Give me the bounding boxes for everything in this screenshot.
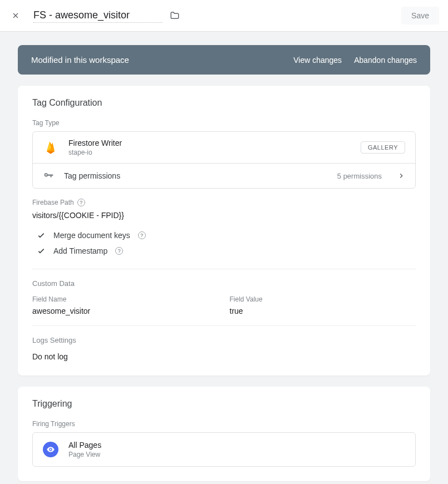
field-value-label: Field Value — [230, 295, 416, 303]
tag-name-input[interactable] — [33, 8, 163, 23]
logs-settings-value: Do not log — [32, 352, 416, 361]
custom-data-grid: Field Name awesome_visitor Field Value t… — [32, 295, 416, 315]
eye-icon — [43, 442, 58, 457]
close-icon — [11, 11, 20, 20]
field-value-value: true — [230, 307, 416, 315]
check-icon — [37, 231, 46, 240]
gallery-badge[interactable]: GALLERY — [361, 141, 405, 154]
triggering-card: Triggering Firing Triggers All Pages Pag… — [18, 387, 430, 481]
triggering-heading: Triggering — [32, 399, 416, 409]
merge-option-label: Merge document keys — [53, 231, 130, 240]
permissions-count: 5 permissions — [337, 172, 382, 180]
tag-type-text: Firestore Writer stape-io — [68, 139, 122, 156]
divider — [32, 325, 416, 326]
field-name-value: awesome_visitor — [32, 307, 219, 315]
modified-banner: Modified in this workspace View changes … — [18, 45, 430, 75]
trigger-row[interactable]: All Pages Page View — [33, 433, 415, 466]
logs-settings-heading: Logs Settings — [32, 336, 416, 344]
custom-data-heading: Custom Data — [32, 279, 416, 288]
firing-triggers-label: Firing Triggers — [32, 420, 416, 428]
help-icon[interactable]: ? — [77, 199, 85, 206]
help-icon[interactable]: ? — [115, 247, 123, 255]
tag-type-label: Tag Type — [32, 119, 416, 127]
check-icon — [37, 246, 46, 255]
save-button[interactable]: Save — [401, 7, 439, 24]
field-name-column: Field Name awesome_visitor — [32, 295, 219, 315]
tag-configuration-card: Tag Configuration Tag Type Firestore Wri… — [18, 86, 430, 376]
chevron-right-icon — [397, 172, 405, 180]
tag-permissions-row[interactable]: Tag permissions 5 permissions — [33, 163, 415, 188]
firebase-path-label: Firebase Path ? — [32, 199, 416, 206]
title-wrap — [33, 8, 180, 23]
divider — [32, 269, 416, 269]
field-name-label: Field Name — [32, 295, 219, 303]
firebase-path-block: Firebase Path ? visitors/{{COOKIE - FPID… — [32, 199, 416, 220]
tag-configuration-heading: Tag Configuration — [32, 98, 416, 108]
help-icon[interactable]: ? — [138, 231, 146, 239]
banner-actions: View changes Abandon changes — [293, 56, 417, 65]
view-changes-link[interactable]: View changes — [293, 56, 342, 65]
trigger-text: All Pages Page View — [68, 441, 101, 458]
tag-type-box: Firestore Writer stape-io GALLERY Tag pe… — [32, 131, 416, 189]
merge-option-row: Merge document keys ? — [32, 228, 416, 243]
close-button[interactable] — [9, 9, 22, 22]
key-icon — [43, 170, 54, 181]
banner-text: Modified in this workspace — [31, 55, 129, 65]
tag-type-row[interactable]: Firestore Writer stape-io GALLERY — [33, 132, 415, 163]
tag-type-author: stape-io — [68, 149, 122, 156]
timestamp-option-label: Add Timestamp — [53, 246, 107, 255]
firestore-icon — [43, 140, 58, 155]
timestamp-option-row: Add Timestamp ? — [32, 243, 416, 259]
abandon-changes-link[interactable]: Abandon changes — [354, 56, 417, 65]
triggers-box: All Pages Page View — [32, 432, 416, 467]
header-bar: Save — [0, 0, 448, 32]
firebase-path-value: visitors/{{COOKIE - FPID}} — [32, 211, 416, 220]
tag-type-name: Firestore Writer — [68, 139, 122, 147]
folder-icon[interactable] — [169, 11, 180, 21]
tag-permissions-label: Tag permissions — [64, 171, 120, 180]
content-area: Modified in this workspace View changes … — [0, 32, 448, 484]
trigger-type: Page View — [68, 451, 101, 458]
trigger-name: All Pages — [68, 441, 101, 450]
field-value-column: Field Value true — [230, 295, 416, 315]
